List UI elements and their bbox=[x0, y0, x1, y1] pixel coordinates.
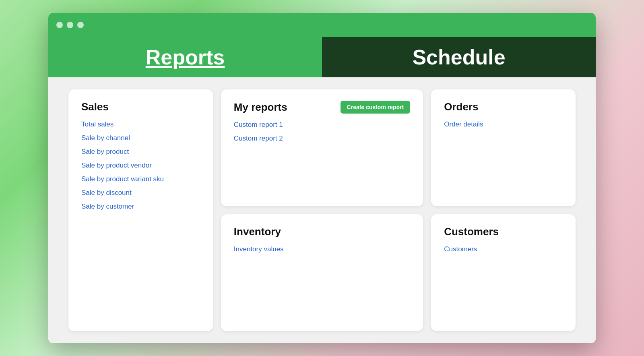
create-custom-report-button[interactable]: Create custom report bbox=[341, 101, 411, 114]
my-reports-header: My reports Create custom report bbox=[234, 101, 410, 114]
sale-by-product-variant-sku-link[interactable]: Sale by product variant sku bbox=[81, 175, 200, 183]
tab-reports[interactable]: Reports bbox=[48, 37, 322, 77]
customers-card: Customers Customers bbox=[431, 214, 576, 331]
total-sales-link[interactable]: Total sales bbox=[81, 120, 200, 128]
browser-dot-red bbox=[56, 22, 63, 28]
tab-bar: Reports Schedule bbox=[48, 37, 596, 77]
sales-card-title: Sales bbox=[81, 101, 200, 113]
tab-schedule[interactable]: Schedule bbox=[322, 37, 596, 77]
inventory-card-title: Inventory bbox=[234, 226, 410, 238]
sale-by-channel-link[interactable]: Sale by channel bbox=[81, 134, 200, 142]
custom-report-2-link[interactable]: Custom report 2 bbox=[234, 135, 410, 143]
tab-schedule-label: Schedule bbox=[412, 45, 505, 69]
sale-by-product-vendor-link[interactable]: Sale by product vendor bbox=[81, 161, 200, 170]
browser-window: Reports Schedule My reports Create custo… bbox=[48, 13, 596, 343]
inventory-card: Inventory Inventory values bbox=[221, 214, 423, 331]
customers-card-title: Customers bbox=[444, 226, 563, 238]
orders-card-title: Orders bbox=[444, 101, 563, 113]
sales-card: Sales Total sales Sale by channel Sale b… bbox=[68, 89, 213, 331]
custom-report-1-link[interactable]: Custom report 1 bbox=[234, 121, 410, 129]
sale-by-discount-link[interactable]: Sale by discount bbox=[81, 189, 200, 197]
browser-dot-yellow bbox=[67, 22, 73, 28]
sale-by-customer-link[interactable]: Sale by customer bbox=[81, 203, 200, 211]
browser-dot-green bbox=[77, 22, 84, 28]
inventory-values-link[interactable]: Inventory values bbox=[234, 245, 410, 253]
browser-titlebar bbox=[48, 13, 596, 37]
sale-by-product-link[interactable]: Sale by product bbox=[81, 148, 200, 156]
customers-link[interactable]: Customers bbox=[444, 245, 563, 253]
my-reports-card: My reports Create custom report Custom r… bbox=[221, 89, 423, 206]
orders-card: Orders Order details bbox=[431, 89, 576, 206]
order-details-link[interactable]: Order details bbox=[444, 120, 563, 128]
browser-content: Reports Schedule My reports Create custo… bbox=[48, 37, 596, 343]
main-content: My reports Create custom report Custom r… bbox=[48, 77, 596, 343]
my-reports-title: My reports bbox=[234, 101, 287, 114]
tab-reports-label: Reports bbox=[146, 45, 225, 69]
